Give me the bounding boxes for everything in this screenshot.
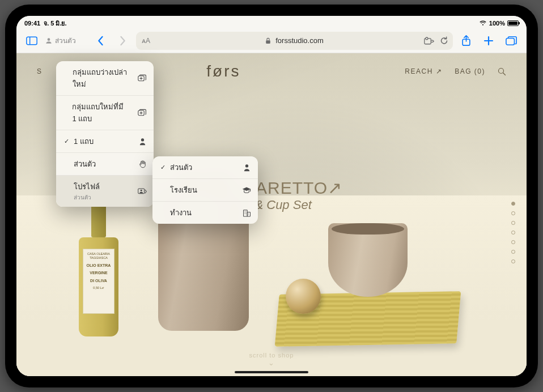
- menu-item-private[interactable]: ส่วนตัว: [56, 153, 154, 176]
- building-icon: [242, 208, 251, 218]
- dot-6[interactable]: [511, 250, 515, 254]
- site-nav-left[interactable]: S: [37, 67, 43, 75]
- tab-group-plus-icon: [138, 74, 147, 83]
- svg-point-8: [498, 68, 503, 73]
- menu-label: 1 แถบ: [74, 135, 94, 147]
- dot-3[interactable]: [511, 221, 515, 225]
- person-icon: [138, 137, 147, 146]
- svg-rect-0: [27, 37, 37, 44]
- bottle-volume: 0,50 Lℯ: [85, 286, 112, 290]
- ipad-frame: 09:41 จ. 5 มิ.ย. 100% ส่วนตัว: [5, 5, 538, 387]
- profile-indicator-label: ส่วนตัว: [55, 35, 76, 46]
- scroll-cue-text: scroll to shop: [249, 352, 294, 359]
- bottle-line2: VERGINE: [85, 270, 112, 275]
- status-time: 09:41: [24, 20, 40, 27]
- safari-toolbar: ส่วนตัว ᴀA forsstudio.com: [16, 28, 527, 53]
- dot-7[interactable]: [511, 259, 515, 263]
- cup-prop: [328, 223, 408, 297]
- status-bar: 09:41 จ. 5 มิ.ย. 100%: [16, 16, 527, 28]
- search-icon[interactable]: [498, 67, 506, 76]
- menu-label: โรงเรียน: [170, 184, 197, 196]
- person-icon: [242, 163, 251, 172]
- svg-point-15: [245, 164, 248, 167]
- svg-rect-7: [506, 38, 515, 45]
- profile-item-work[interactable]: ทำงาน: [152, 202, 258, 224]
- svg-point-14: [141, 189, 142, 191]
- svg-rect-18: [247, 212, 250, 216]
- tab-groups-menu: กลุ่มแถบว่างเปล่าใหม่ กลุ่มแถบใหม่ที่มี …: [56, 61, 154, 207]
- menu-item-new-group-with-tab[interactable]: กลุ่มแถบใหม่ที่มี 1 แถบ: [56, 96, 154, 130]
- site-brand[interactable]: førs: [206, 62, 240, 80]
- scroll-cue: scroll to shop ⌄: [16, 352, 527, 367]
- svg-point-5: [426, 37, 428, 40]
- status-date: จ. 5 มิ.ย.: [44, 18, 66, 28]
- profile-card-chevron-icon: [138, 187, 147, 196]
- screen: 09:41 จ. 5 มิ.ย. 100% ส่วนตัว: [16, 16, 527, 376]
- dot-5[interactable]: [511, 240, 515, 244]
- profiles-submenu: ✓ส่วนตัว โรงเรียน ทำงาน: [152, 156, 258, 224]
- menu-label: ทำงาน: [170, 207, 192, 219]
- dot-4[interactable]: [511, 231, 515, 235]
- menu-item-profiles[interactable]: โปรไฟล์ ส่วนตัว: [56, 176, 154, 207]
- page-dots[interactable]: [511, 202, 515, 263]
- hand-privacy-icon: [138, 160, 147, 169]
- forward-button[interactable]: [113, 31, 133, 50]
- tab-group-plus-icon: [138, 108, 147, 117]
- svg-rect-17: [243, 210, 247, 216]
- lock-icon: [265, 37, 271, 44]
- new-tab-button[interactable]: [479, 31, 498, 50]
- url-host: forsstudio.com: [275, 36, 324, 45]
- share-button[interactable]: [456, 31, 476, 50]
- menu-item-new-empty-group[interactable]: กลุ่มแถบว่างเปล่าใหม่: [56, 61, 154, 96]
- graduation-cap-icon: [242, 186, 251, 195]
- chevron-down-icon: ⌄: [268, 359, 275, 367]
- home-indicator[interactable]: [235, 371, 308, 373]
- menu-sublabel: ส่วนตัว: [74, 193, 100, 202]
- profile-item-personal[interactable]: ✓ส่วนตัว: [152, 156, 258, 179]
- menu-item-one-tab[interactable]: ✓1 แถบ: [56, 130, 154, 153]
- sidebar-toggle-button[interactable]: [22, 31, 41, 50]
- bottle-brand: CASA OLEARIA TAGGIASCA: [87, 252, 110, 259]
- svg-line-9: [503, 73, 506, 75]
- menu-label: ส่วนตัว: [74, 158, 96, 170]
- site-nav-bag[interactable]: BAG (0): [455, 67, 485, 75]
- dot-2[interactable]: [511, 211, 515, 215]
- ball-prop: [286, 279, 321, 314]
- back-button[interactable]: [91, 31, 110, 50]
- svg-point-2: [48, 38, 50, 41]
- svg-rect-3: [266, 40, 270, 44]
- menu-label: กลุ่มแถบว่างเปล่าใหม่: [73, 66, 130, 90]
- wifi-icon: [479, 20, 487, 26]
- menu-label: โปรไฟล์: [74, 182, 100, 191]
- profile-indicator[interactable]: ส่วนตัว: [45, 35, 76, 46]
- reader-aa-button[interactable]: ᴀA: [142, 37, 150, 45]
- battery-percent: 100%: [489, 20, 505, 27]
- profile-item-school[interactable]: โรงเรียน: [152, 179, 258, 202]
- battery-icon: [507, 20, 519, 26]
- svg-point-12: [141, 138, 143, 141]
- menu-label: ส่วนตัว: [170, 161, 192, 173]
- reload-button[interactable]: [440, 36, 448, 45]
- extensions-icon[interactable]: [424, 37, 434, 45]
- bottle-line1: OLIO EXTRA: [85, 263, 112, 268]
- menu-label: กลุ่มแถบใหม่ที่มี 1 แถบ: [72, 101, 130, 125]
- dot-1[interactable]: [511, 202, 515, 206]
- olive-oil-bottle: CASA OLEARIA TAGGIASCA OLIO EXTRA VERGIN…: [79, 189, 118, 336]
- tab-overview-button[interactable]: [502, 31, 521, 50]
- site-nav-reach[interactable]: REACH ↗: [405, 67, 442, 75]
- address-bar[interactable]: ᴀA forsstudio.com: [136, 32, 453, 50]
- bottle-line3: DI OLIVA: [85, 278, 112, 283]
